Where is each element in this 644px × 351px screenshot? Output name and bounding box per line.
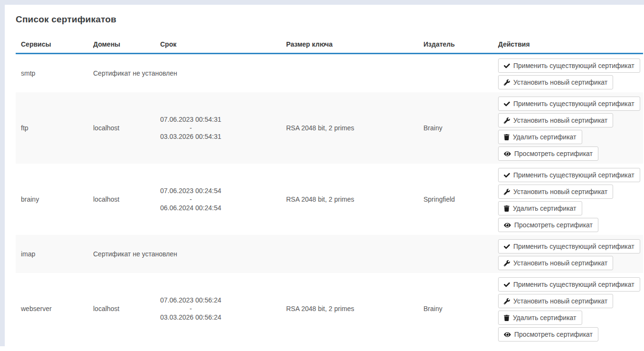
column-header-key-size: Размер ключа — [281, 40, 418, 48]
button-label: Просмотреть сертификат — [514, 150, 593, 157]
table-row-imap: imap Сертификат не установлен Применить … — [16, 235, 643, 273]
eye-icon — [504, 332, 511, 338]
eye-icon — [504, 222, 511, 228]
issuer-cell: Brainy — [418, 273, 493, 344]
apply-existing-certificate-button[interactable]: Применить существующий сертификат — [498, 239, 640, 254]
check-icon — [504, 282, 510, 288]
install-new-certificate-button[interactable]: Установить новый сертификат — [498, 256, 613, 270]
key-size-cell: RSA 2048 bit, 2 primes — [281, 273, 418, 344]
delete-certificate-button[interactable]: Удалить сертификат — [498, 130, 582, 144]
page-background-strip-left — [0, 5, 5, 346]
term-cell: 07.06.2023 00:54:31 - 03.03.2026 00:54:3… — [155, 92, 281, 164]
table-row-ftp: ftp localhost 07.06.2023 00:54:31 - 03.0… — [16, 92, 643, 164]
button-label: Удалить сертификат — [513, 314, 577, 322]
term-range: 07.06.2023 00:56:24 - 03.03.2026 00:56:2… — [160, 296, 221, 322]
wrench-icon — [504, 189, 510, 195]
issuer-cell: Brainy — [418, 92, 493, 164]
install-new-certificate-button[interactable]: Установить новый сертификат — [498, 185, 613, 199]
certificates-table: Сервисы Домены Срок Размер ключа Издател… — [16, 40, 643, 344]
certificate-status: Сертификат не установлен — [88, 235, 155, 273]
domain-cell: localhost — [88, 273, 155, 344]
button-label: Применить существующий сертификат — [513, 281, 634, 288]
term-separator: - — [160, 304, 221, 313]
term-to: 03.03.2026 00:54:31 — [160, 132, 221, 141]
term-cell: 07.06.2023 00:24:54 - 06.06.2024 00:24:5… — [155, 164, 281, 235]
wrench-icon — [504, 260, 510, 266]
term-cell — [155, 235, 281, 273]
table-row-webserver: webserver localhost 07.06.2023 00:56:24 … — [16, 273, 643, 344]
trash-icon — [504, 134, 509, 140]
button-label: Применить существующий сертификат — [513, 243, 634, 250]
check-icon — [504, 63, 510, 69]
button-label: Применить существующий сертификат — [513, 62, 634, 69]
wrench-icon — [504, 79, 510, 86]
apply-existing-certificate-button[interactable]: Применить существующий сертификат — [498, 58, 640, 73]
issuer-cell: Springfield — [418, 164, 493, 235]
button-label: Установить новый сертификат — [513, 188, 607, 195]
term-to: 03.03.2026 00:56:24 — [160, 313, 221, 322]
actions-cell: Применить существующий сертификат Устано… — [493, 92, 643, 164]
term-range: 07.06.2023 00:24:54 - 06.06.2024 00:24:5… — [160, 186, 221, 212]
button-label: Просмотреть сертификат — [514, 221, 593, 229]
delete-certificate-button[interactable]: Удалить сертификат — [498, 311, 582, 325]
term-range: 07.06.2023 00:54:31 - 03.03.2026 00:54:3… — [160, 115, 221, 141]
domain-cell: localhost — [88, 164, 155, 235]
wrench-icon — [504, 117, 510, 124]
certificate-status: Сертификат не установлен — [88, 54, 155, 92]
key-size-cell — [281, 235, 418, 273]
service-name: imap — [16, 235, 88, 273]
button-label: Применить существующий сертификат — [513, 171, 634, 179]
actions-cell: Применить существующий сертификат Устано… — [493, 273, 643, 344]
service-name: brainy — [16, 164, 88, 235]
term-from: 07.06.2023 00:24:54 — [160, 186, 221, 195]
column-header-domains: Домены — [88, 40, 155, 48]
check-icon — [504, 172, 510, 178]
view-certificate-button[interactable]: Просмотреть сертификат — [498, 146, 598, 161]
column-header-issuer: Издатель — [418, 40, 493, 48]
domain-cell: localhost — [88, 92, 155, 164]
view-certificate-button[interactable]: Просмотреть сертификат — [498, 327, 598, 341]
apply-existing-certificate-button[interactable]: Применить существующий сертификат — [498, 168, 640, 182]
install-new-certificate-button[interactable]: Установить новый сертификат — [498, 113, 613, 127]
service-name: ftp — [16, 92, 88, 164]
term-from: 07.06.2023 00:54:31 — [160, 115, 221, 124]
eye-icon — [504, 151, 511, 157]
view-certificate-button[interactable]: Просмотреть сертификат — [498, 218, 598, 232]
check-icon — [504, 101, 510, 107]
term-separator: - — [160, 124, 221, 132]
table-header-row: Сервисы Домены Срок Размер ключа Издател… — [16, 40, 643, 54]
service-name: webserver — [16, 273, 88, 344]
page-background-strip-top — [0, 0, 644, 5]
page-title: Список сертификатов — [16, 14, 643, 25]
service-name: smtp — [16, 54, 88, 92]
button-label: Просмотреть сертификат — [514, 331, 593, 338]
term-cell: 07.06.2023 00:56:24 - 03.03.2026 00:56:2… — [155, 273, 281, 344]
apply-existing-certificate-button[interactable]: Применить существующий сертификат — [498, 97, 640, 111]
install-new-certificate-button[interactable]: Установить новый сертификат — [498, 75, 613, 89]
term-cell — [155, 54, 281, 92]
button-label: Установить новый сертификат — [513, 117, 607, 124]
trash-icon — [504, 205, 509, 212]
button-label: Установить новый сертификат — [513, 297, 607, 305]
delete-certificate-button[interactable]: Удалить сертификат — [498, 201, 582, 215]
issuer-cell — [418, 54, 493, 92]
wrench-icon — [504, 298, 510, 304]
table-row-brainy: brainy localhost 07.06.2023 00:24:54 - 0… — [16, 164, 643, 235]
button-label: Установить новый сертификат — [513, 78, 607, 86]
key-size-cell: RSA 2048 bit, 2 primes — [281, 164, 418, 235]
install-new-certificate-button[interactable]: Установить новый сертификат — [498, 294, 613, 308]
key-size-cell: RSA 2048 bit, 2 primes — [281, 92, 418, 164]
trash-icon — [504, 315, 509, 321]
apply-existing-certificate-button[interactable]: Применить существующий сертификат — [498, 277, 640, 292]
column-header-services: Сервисы — [16, 40, 88, 48]
actions-cell: Применить существующий сертификат Устано… — [493, 235, 643, 273]
button-label: Установить новый сертификат — [513, 259, 607, 267]
button-label: Удалить сертификат — [513, 205, 577, 212]
table-row-smtp: smtp Сертификат не установлен Применить … — [16, 54, 643, 92]
term-from: 07.06.2023 00:56:24 — [160, 296, 221, 304]
term-to: 06.06.2024 00:24:54 — [160, 204, 221, 212]
column-header-actions: Действия — [493, 40, 643, 48]
button-label: Применить существующий сертификат — [513, 100, 634, 107]
term-separator: - — [160, 195, 221, 204]
certificates-card: Список сертификатов Сервисы Домены Срок … — [5, 5, 644, 346]
